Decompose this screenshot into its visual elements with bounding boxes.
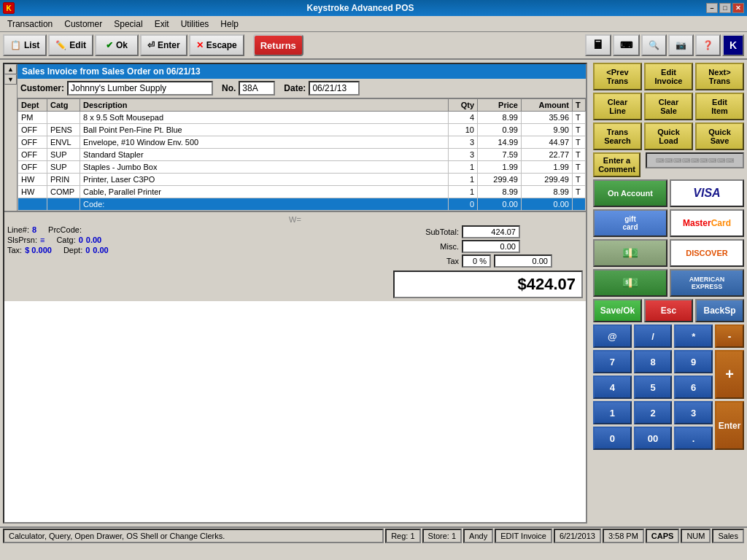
help-toolbar-button[interactable]: ❓: [695, 34, 721, 56]
calc-3-button[interactable]: 3: [674, 401, 713, 424]
row-t: T: [573, 112, 586, 124]
menubar: Transaction Customer Special Exit Utilit…: [0, 16, 747, 32]
edit-item-button[interactable]: Edit Item: [695, 93, 744, 120]
menu-special[interactable]: Special: [108, 18, 148, 31]
dept-label: Dept:: [63, 246, 82, 254]
subtotal-input[interactable]: [462, 225, 520, 238]
scroll-down[interactable]: ▼: [4, 74, 17, 85]
save-ok-button[interactable]: Save/Ok: [593, 299, 642, 322]
misc-input[interactable]: [462, 240, 520, 253]
edit-invoice-button[interactable]: Edit Invoice: [644, 63, 693, 90]
calc-esc-button[interactable]: Esc: [644, 299, 693, 322]
col-price: Price: [478, 99, 522, 112]
escape-icon: ✕: [196, 40, 204, 50]
calc-5-button[interactable]: 5: [634, 376, 673, 399]
invoice-bottom: W= Line#: 8 PrcCode:: [4, 211, 586, 301]
payment-row-1: On Account VISA: [593, 179, 744, 207]
calc-toolbar-button[interactable]: 🖩: [585, 34, 611, 56]
enter-comment-button[interactable]: Enter a Comment: [593, 152, 640, 177]
enter-button[interactable]: ⏎ Enter: [140, 34, 187, 56]
scroll-up[interactable]: ▲: [4, 64, 17, 74]
list-button[interactable]: 📋 List: [3, 34, 47, 56]
row-price: 7.59: [478, 149, 522, 161]
active-t: [573, 198, 586, 211]
next-trans-button[interactable]: Next> Trans: [695, 63, 744, 90]
menu-exit[interactable]: Exit: [149, 18, 175, 31]
escape-button[interactable]: ✕ Escape: [189, 34, 244, 56]
calc-enter-button[interactable]: Enter: [715, 401, 744, 450]
menu-utilities[interactable]: Utilities: [175, 18, 215, 31]
minimize-button[interactable]: –: [706, 3, 718, 13]
amex-button[interactable]: AMERICAN EXPRESS: [670, 269, 744, 297]
discover-button[interactable]: DISCOVER: [670, 239, 744, 267]
active-input-row[interactable]: Code: 0 0.00 0.00: [18, 198, 586, 211]
clear-line-button[interactable]: Clear Line: [593, 93, 642, 120]
table-row[interactable]: OFF SUP Staples - Jumbo Box 1 1.99 1.99 …: [18, 161, 586, 174]
clear-sale-button[interactable]: Clear Sale: [644, 93, 693, 120]
edit-button[interactable]: ✏️ Edit: [48, 34, 93, 56]
row-qty: 4: [449, 112, 478, 124]
table-row[interactable]: OFF PENS Ball Point Pen-Fine Pt. Blue 10…: [18, 124, 586, 136]
calc-9-button[interactable]: 9: [674, 350, 713, 373]
calc-00-button[interactable]: 00: [634, 427, 673, 450]
table-row[interactable]: HW COMP Cable, Parallel Printer 1 8.99 8…: [18, 186, 586, 198]
tax-pct-input[interactable]: [462, 254, 491, 268]
mastercard-button[interactable]: MasterCard: [670, 209, 744, 237]
camera-toolbar-button[interactable]: 📷: [668, 34, 694, 56]
backspace-button[interactable]: BackSp: [695, 299, 744, 322]
calc-7-button[interactable]: 7: [593, 350, 632, 373]
calc-plus-button[interactable]: +: [715, 350, 744, 399]
calc-1-button[interactable]: 1: [593, 401, 632, 424]
code-input[interactable]: [107, 200, 150, 209]
calc-dot-button[interactable]: .: [674, 427, 713, 450]
calc-2-button[interactable]: 2: [634, 401, 673, 424]
search-toolbar-button[interactable]: 🔍: [641, 34, 667, 56]
table-row[interactable]: OFF ENVL Envelope, #10 Window Env. 500 3…: [18, 136, 586, 149]
date-label: Date:: [284, 83, 306, 93]
quick-load-button[interactable]: Quick Load: [644, 122, 693, 150]
row-qty: 10: [449, 124, 478, 136]
check-button[interactable]: 💵: [593, 239, 667, 267]
main-area: ▲ ▼ Sales Invoice from Sales Order on 06…: [0, 60, 747, 526]
calc-mul-button[interactable]: *: [674, 324, 713, 348]
calc-6-button[interactable]: 6: [674, 376, 713, 399]
table-row[interactable]: HW PRIN Printer, Laser C3PO 1 299.49 299…: [18, 174, 586, 186]
customer-input[interactable]: [67, 81, 213, 96]
calc-0-button[interactable]: 0: [593, 427, 632, 450]
menu-transaction[interactable]: Transaction: [1, 18, 58, 31]
row-t: T: [573, 149, 586, 161]
gift-card-button[interactable]: gift card: [593, 209, 667, 237]
table-row[interactable]: PM 8 x 9.5 Soft Mousepad 4 8.99 35.96 T: [18, 112, 586, 124]
row-dept: OFF: [18, 149, 47, 161]
row-t: T: [573, 161, 586, 174]
calc-at-button[interactable]: @: [593, 324, 632, 348]
tax-total-input[interactable]: [494, 254, 552, 268]
calc-div-button[interactable]: /: [634, 324, 673, 348]
visa-button[interactable]: VISA: [670, 179, 744, 207]
row-t: T: [573, 174, 586, 186]
trans-search-button[interactable]: Trans Search: [593, 122, 642, 150]
calc-4-button[interactable]: 4: [593, 376, 632, 399]
cash-button[interactable]: 💵: [593, 269, 667, 297]
invoice-date-input[interactable]: [309, 81, 360, 96]
calc-8-button[interactable]: 8: [634, 350, 673, 373]
ks-toolbar-button[interactable]: K: [722, 34, 744, 56]
menu-customer[interactable]: Customer: [58, 18, 108, 31]
quick-save-button[interactable]: Quick Save: [695, 122, 744, 150]
invoice-number-input[interactable]: [239, 81, 275, 96]
w-label: W=: [7, 215, 583, 224]
col-dept: Dept: [18, 99, 47, 112]
table-row[interactable]: OFF SUP Standard Stapler 3 7.59 22.77 T: [18, 149, 586, 161]
row-price: 1.99: [478, 161, 522, 174]
on-account-button[interactable]: On Account: [593, 179, 667, 207]
prev-trans-button[interactable]: <Prev Trans: [593, 63, 642, 90]
returns-button[interactable]: Returns: [253, 34, 303, 56]
restore-button[interactable]: □: [719, 3, 731, 13]
menu-help[interactable]: Help: [214, 18, 244, 31]
numpad-toolbar-button[interactable]: ⌨: [613, 34, 640, 56]
ok-button[interactable]: ✔ Ok: [95, 34, 139, 56]
close-button[interactable]: ✕: [732, 3, 744, 13]
calc-minus-button[interactable]: -: [715, 324, 744, 348]
row-price: 14.99: [478, 136, 522, 149]
enter-icon: ⏎: [147, 40, 155, 50]
